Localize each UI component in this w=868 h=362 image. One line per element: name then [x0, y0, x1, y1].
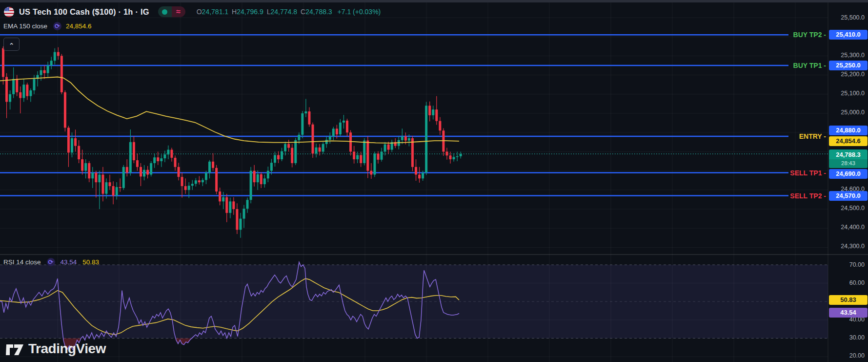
rsi-axis-tick: 60.00 — [829, 279, 865, 287]
price-axis-tick: 24,300.0 — [829, 242, 865, 250]
high-label: H — [232, 8, 237, 16]
level-price-badge: 24,690.0 — [829, 169, 868, 179]
rsi-value-badge: 43.54 — [829, 308, 868, 318]
market-open-dot-icon — [162, 9, 167, 15]
market-status-pill[interactable]: ≈ — [158, 6, 185, 17]
pane-separator[interactable] — [0, 254, 868, 256]
refresh-icon: ⟳ — [47, 258, 55, 266]
rsi-axis-tick: 20.00 — [829, 352, 865, 360]
top-strip — [0, 0, 868, 2]
ohlc-readout: O24,781.1H24,796.9L24,774.8C24,788.3 +7.… — [193, 8, 381, 16]
ema-indicator-row[interactable]: EMA 150 close ⟳ 24,854.6 — [3, 22, 92, 30]
ema-value: 24,854.6 — [66, 22, 92, 30]
price-axis-tick: 24,500.0 — [829, 204, 865, 212]
low-value: 24,774.8 — [271, 8, 298, 16]
app-root: US Tech 100 Cash ($100) · 1h · IG ≈ O24,… — [0, 0, 868, 362]
price-axis-tick: 25,300.0 — [829, 51, 865, 59]
open-label: O — [197, 8, 202, 16]
open-value: 24,781.1 — [202, 8, 229, 16]
ema-label[interactable]: EMA 150 close — [3, 22, 47, 30]
price-axis-tick: 25,500.0 — [829, 14, 865, 21]
tradingview-mark-icon — [6, 341, 24, 356]
level-price-badge: 24,570.0 — [829, 191, 868, 201]
low-label: L — [267, 8, 271, 16]
price-axis-tick: 25,000.0 — [829, 108, 865, 116]
tradingview-logo[interactable]: TradingView — [6, 341, 106, 357]
level-label[interactable]: SELL TP2 - — [0, 191, 826, 201]
rsi-label[interactable]: RSI 14 close — [3, 258, 41, 266]
price-axis-tick: 24,400.0 — [829, 223, 865, 231]
rsi-indicator-row[interactable]: RSI 14 close ⟳ 43.54 50.83 — [3, 258, 99, 266]
price-axis-tick: 25,100.0 — [829, 89, 865, 97]
close-label: C — [301, 8, 305, 16]
price-axis-tick: 25,200.0 — [829, 70, 865, 78]
level-price-badge: 24,880.0 — [829, 126, 868, 135]
last-price-badge: 24,788.328:43 — [829, 149, 868, 168]
symbol-header: US Tech 100 Cash ($100) · 1h · IG ≈ O24,… — [4, 5, 381, 18]
change-value: +7.1 (+0.03%) — [338, 8, 381, 16]
rsi-axis-tick: 70.00 — [829, 261, 865, 269]
level-label[interactable]: BUY TP1 - — [0, 61, 826, 70]
level-label[interactable]: BUY TP2 - — [0, 30, 826, 40]
bar-countdown: 28:43 — [829, 159, 868, 168]
close-value: 24,788.3 — [305, 8, 332, 16]
rsi-ma-value: 50.83 — [82, 258, 99, 266]
us-flag-icon — [4, 7, 14, 17]
rsi-ma-badge: 50.83 — [829, 295, 868, 305]
ema-value-badge: 24,854.6 — [829, 136, 868, 146]
level-label[interactable]: SELL TP1 - — [0, 168, 826, 178]
level-price-badge: 25,250.0 — [829, 61, 868, 70]
symbol-title[interactable]: US Tech 100 Cash ($100) · 1h · IG — [19, 7, 149, 17]
tradingview-wordmark: TradingView — [28, 341, 106, 357]
refresh-icon: ⟳ — [53, 22, 61, 30]
rsi-value: 43.54 — [61, 258, 77, 266]
chevron-up-icon: ⌃ — [9, 42, 15, 49]
last-price-value: 24,788.3 — [829, 149, 868, 159]
high-value: 24,796.9 — [237, 8, 263, 16]
rsi-axis-tick: 30.00 — [829, 334, 865, 341]
level-price-badge: 25,410.0 — [829, 30, 868, 40]
approx-icon: ≈ — [176, 8, 181, 16]
level-label[interactable]: ENTRY - — [0, 131, 826, 141]
